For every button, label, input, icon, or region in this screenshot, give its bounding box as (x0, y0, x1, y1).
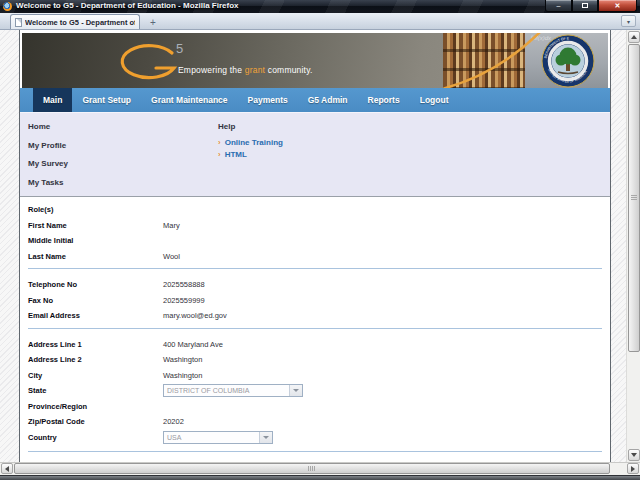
list-all-tabs-button[interactable]: ▾ (621, 15, 636, 27)
form-row-fax-no: Fax No2025559999 (20, 293, 610, 309)
banner-tagline: Empowering the grant community. (178, 65, 313, 75)
scroll-down-button[interactable] (628, 449, 640, 461)
horizontal-scrollbar-thumb[interactable] (14, 463, 610, 474)
browser-viewport: ∫M(x)dx 5 Empowering the grant community… (0, 30, 640, 462)
state-select-value: DISTRICT OF COLUMBIA (164, 387, 289, 394)
scroll-right-icon (631, 466, 638, 472)
form-label-address-line-1: Address Line 1 (28, 340, 163, 349)
g5-page: ∫M(x)dx 5 Empowering the grant community… (19, 30, 611, 462)
help-link-arrow-icon: › (218, 138, 221, 147)
department-of-education-seal: DEPARTMENT OF EDUCATION UNITED STATES OF… (541, 34, 595, 88)
scroll-left-icon (2, 466, 9, 472)
form-value-last-name: Wool (163, 252, 180, 261)
help-column: Help ›Online Training›HTML (218, 122, 283, 162)
horizontal-scrollbar[interactable] (0, 462, 640, 475)
vertical-scrollbar-thumb[interactable] (628, 44, 640, 352)
submenu-item-my-profile[interactable]: My Profile (28, 141, 68, 150)
nav-item-grant-setup[interactable]: Grant Setup (72, 88, 141, 112)
tab-welcome-to-g5[interactable]: Welcome to G5 - Department of Edu... (10, 14, 140, 29)
tab-list-icon: ▾ (627, 18, 630, 25)
tab-bar: Welcome to G5 - Department of Edu... + ▾ (0, 13, 640, 30)
form-value-address-line-2: Washington (163, 355, 202, 364)
form-label-city: City (28, 371, 163, 380)
maximize-icon (582, 3, 588, 8)
minimize-button[interactable]: – (545, 0, 572, 12)
submenu-item-my-survey[interactable]: My Survey (28, 159, 68, 168)
window-bottom-frame (0, 475, 640, 480)
form-value-city: Washington (163, 371, 202, 380)
minimize-icon: – (557, 2, 561, 9)
form-label-country: Country (28, 433, 163, 442)
form-row-province-region: Province/Region (20, 399, 610, 415)
form-row-telephone-no: Telephone No2025558888 (20, 277, 610, 293)
form-value-telephone-no: 2025558888 (163, 280, 205, 289)
nav-item-main[interactable]: Main (33, 88, 72, 112)
form-row-zip-postal-code: Zip/Postal Code20202 (20, 414, 610, 430)
form-value-address-line-1: 400 Maryland Ave (163, 340, 223, 349)
form-value-email-address: mary.wool@ed.gov (163, 311, 227, 320)
form-label-middle-initial: Middle Initial (28, 236, 163, 245)
new-tab-button[interactable]: + (144, 16, 162, 28)
scroll-right-button[interactable] (627, 463, 639, 474)
submenu-panel: HomeMy ProfileMy SurveyMy Tasks Help ›On… (20, 112, 610, 196)
section-divider (28, 268, 602, 269)
form-row-address-line-1: Address Line 1400 Maryland Ave (20, 337, 610, 353)
nav-item-grant-maintenance[interactable]: Grant Maintenance (141, 88, 238, 112)
submenu-item-my-tasks[interactable]: My Tasks (28, 178, 68, 187)
form-row-middle-initial: Middle Initial (20, 233, 610, 249)
nav-item-reports[interactable]: Reports (358, 88, 410, 112)
page-icon (15, 18, 22, 27)
form-label-province-region: Province/Region (28, 402, 163, 411)
form-row-email-address: Email Addressmary.wool@ed.gov (20, 308, 610, 324)
maximize-button[interactable] (572, 0, 598, 12)
help-link-online-training[interactable]: Online Training (225, 138, 283, 147)
new-tab-icon: + (150, 17, 156, 28)
form-value-zip-postal-code: 20202 (163, 417, 184, 426)
form-label-fax-no: Fax No (28, 296, 163, 305)
help-link-html[interactable]: HTML (225, 150, 247, 159)
scrollbar-grip-icon (308, 466, 315, 471)
form-row-last-name: Last NameWool (20, 249, 610, 265)
tab-label: Welcome to G5 - Department of Edu... (25, 18, 135, 27)
g-glyph (122, 46, 174, 78)
help-heading: Help (218, 122, 283, 131)
form-value-fax-no: 2025559999 (163, 296, 205, 305)
form-label-first-name: First Name (28, 221, 163, 230)
dropdown-arrow-icon (289, 385, 302, 396)
nav-item-g5-admin[interactable]: G5 Admin (298, 88, 358, 112)
nav-item-logout[interactable]: Logout (410, 88, 459, 112)
close-icon: ✕ (615, 2, 621, 9)
window-title: Welcome to G5 - Department of Education … (16, 1, 239, 10)
g5-logo: 5 (116, 41, 196, 87)
section-divider (28, 451, 602, 452)
form-label-state: State (28, 386, 163, 395)
help-link-row: ›HTML (218, 150, 283, 159)
firefox-icon[interactable] (3, 2, 12, 11)
scroll-down-icon (631, 453, 637, 460)
section-divider (28, 328, 602, 329)
scrollbar-grip-icon (631, 195, 637, 200)
form-label-role-s: Role(s) (28, 205, 163, 214)
form-row-city: CityWashington (20, 368, 610, 384)
country-select-value: USA (164, 434, 259, 441)
form-row-role-s: Role(s) (20, 202, 610, 218)
scroll-left-button[interactable] (1, 463, 13, 474)
nav-item-payments[interactable]: Payments (238, 88, 298, 112)
close-button[interactable]: ✕ (598, 0, 637, 12)
dropdown-arrow-icon (259, 432, 272, 443)
form-label-telephone-no: Telephone No (28, 280, 163, 289)
form-row-address-line-2: Address Line 2Washington (20, 352, 610, 368)
main-nav: MainGrant SetupGrant MaintenancePayments… (20, 88, 610, 112)
form-label-last-name: Last Name (28, 252, 163, 261)
vertical-scrollbar[interactable] (626, 30, 640, 462)
form-row-first-name: First NameMary (20, 218, 610, 234)
help-link-row: ›Online Training (218, 138, 283, 147)
scroll-up-icon (631, 32, 637, 39)
window-controls: – ✕ (545, 0, 637, 12)
form-label-email-address: Email Address (28, 311, 163, 320)
submenu-item-home[interactable]: Home (28, 122, 68, 131)
state-select[interactable]: DISTRICT OF COLUMBIA (163, 384, 303, 397)
form-label-address-line-2: Address Line 2 (28, 355, 163, 364)
scroll-up-button[interactable] (628, 31, 640, 43)
country-select[interactable]: USA (163, 431, 273, 444)
